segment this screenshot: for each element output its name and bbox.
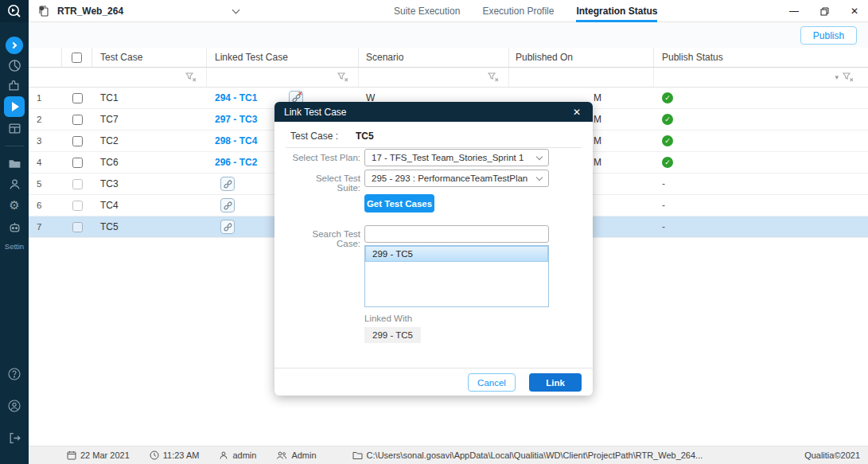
chevron-down-icon	[536, 174, 543, 180]
publish-success-icon: ✓	[662, 114, 673, 125]
status-project-path: C:\Users\sonal.gosavi\AppData\Local\Qual…	[352, 450, 703, 460]
sidebar-item-help[interactable]	[0, 365, 29, 384]
folder-icon	[8, 157, 21, 170]
row-checkbox[interactable]	[72, 115, 83, 125]
link-test-case-button[interactable]	[220, 177, 235, 191]
test-case-value: TC5	[356, 131, 374, 142]
publish-success-icon: ✓	[662, 92, 673, 103]
close-button[interactable]: ✕	[846, 2, 863, 20]
row-checkbox[interactable]	[72, 179, 83, 189]
project-selector[interactable]: RTR_Web_264	[37, 0, 239, 22]
sidebar-divider	[5, 146, 24, 146]
dialog-footer-divider	[274, 368, 593, 368]
users-icon	[276, 450, 287, 460]
window-controls: — ✕	[785, 0, 863, 22]
test-plan-select[interactable]: 17 - TFS_Test Team_Stories_Sprint 1	[364, 149, 549, 166]
test-case-listbox: 299 - TC5	[364, 245, 549, 307]
filter-cell-linked	[207, 68, 359, 87]
link-test-case-button[interactable]	[220, 198, 235, 213]
publish-button[interactable]: Publish	[800, 26, 857, 45]
sidebar-expand-button[interactable]	[6, 37, 23, 54]
chevron-down-icon	[232, 6, 240, 14]
row-checkbox[interactable]	[72, 93, 83, 103]
restore-button[interactable]	[815, 2, 833, 20]
tab-suite-execution[interactable]: Suite Execution	[394, 0, 460, 22]
check-icon: ✓	[664, 94, 671, 102]
project-name: RTR_Web_264	[57, 6, 123, 17]
link-test-case-button[interactable]	[220, 220, 235, 234]
folder-icon	[352, 450, 363, 460]
linked-test-case-link[interactable]: 297 - TC3	[215, 114, 257, 125]
sidebar-item-bot[interactable]	[0, 217, 29, 236]
tab-bar: Suite Execution Execution Profile Integr…	[394, 0, 657, 22]
dialog-close-icon[interactable]: ✕	[570, 107, 583, 118]
publish-success-icon: ✓	[662, 135, 673, 146]
linked-test-case-link[interactable]: 296 - TC2	[215, 157, 257, 168]
project-icon	[37, 4, 51, 18]
linked-test-case-link[interactable]: 298 - TC4	[215, 135, 257, 146]
sidebar-item-execution-active[interactable]	[4, 96, 25, 117]
user-circle-icon	[7, 399, 21, 413]
column-header-test-case: Test Case	[92, 48, 207, 67]
minimize-button[interactable]: —	[785, 2, 803, 20]
clear-filter-icon[interactable]	[337, 72, 348, 82]
tab-execution-profile[interactable]: Execution Profile	[482, 0, 554, 22]
test-case-line: Test Case :TC5	[290, 131, 374, 142]
dialog-title: Link Test Case	[284, 107, 347, 118]
link-button[interactable]: Link	[529, 373, 582, 392]
row-checkbox[interactable]	[72, 222, 83, 232]
sidebar-item-profile[interactable]	[0, 396, 29, 415]
clear-filter-icon[interactable]	[843, 72, 854, 82]
link-icon	[223, 179, 233, 189]
tab-integration-status[interactable]: Integration Status	[576, 0, 657, 22]
row-checkbox[interactable]	[72, 136, 83, 146]
search-test-case-input[interactable]	[364, 225, 549, 243]
select-test-suite-label: Select Test Suite:	[290, 174, 360, 193]
select-all-checkbox[interactable]	[72, 53, 82, 63]
test-suite-select[interactable]: 295 - 293 : PerformanceTeamTestPlan	[364, 170, 549, 187]
publish-status-empty: -	[662, 200, 665, 211]
sidebar-item-modules[interactable]	[0, 76, 29, 95]
sidebar-settings-label: Settin	[0, 242, 29, 251]
clear-filter-icon[interactable]	[488, 72, 499, 82]
listbox-item-selected[interactable]: 299 - TC5	[365, 246, 548, 262]
dialog-header: Link Test Case ✕	[274, 102, 593, 122]
linked-test-case-link[interactable]: 294 - TC1	[215, 92, 257, 103]
filter-dropdown-caret-icon[interactable]: ▾	[835, 73, 839, 81]
row-number: 4	[29, 152, 62, 173]
row-number: 6	[29, 195, 62, 216]
sidebar-item-settings[interactable]: ⚙	[0, 196, 29, 215]
row-number: 2	[29, 109, 62, 130]
search-test-case-label: Search Test Case:	[290, 229, 360, 248]
sidebar-item-files[interactable]	[0, 154, 29, 173]
row-checkbox[interactable]	[72, 201, 83, 211]
publish-success-icon: ✓	[662, 157, 673, 168]
calendar-icon	[67, 450, 76, 460]
sidebar-item-users[interactable]	[0, 174, 29, 193]
sidebar-item-dashboard[interactable]	[0, 56, 29, 75]
select-test-plan-label: Select Test Plan:	[290, 153, 360, 162]
sidebar-item-layout[interactable]	[0, 119, 29, 138]
clear-filter-icon[interactable]	[185, 72, 197, 82]
sidebar-item-logout[interactable]	[0, 428, 29, 447]
status-bar: 22 Mar 2021 11:23 AM admin Admin C:\User…	[29, 446, 868, 464]
chevron-right-icon	[10, 42, 17, 49]
sidebar: ⚙ Settin	[0, 0, 29, 464]
publish-status-empty: -	[662, 221, 665, 232]
column-header-publish-status: Publish Status	[654, 48, 868, 67]
cancel-button[interactable]: Cancel	[468, 373, 516, 392]
row-number: 1	[29, 88, 62, 108]
row-checkbox[interactable]	[72, 158, 83, 168]
row-number-header	[29, 48, 62, 67]
row-number: 3	[29, 131, 62, 151]
logout-icon	[8, 431, 21, 445]
status-role: Admin	[276, 450, 316, 460]
status-time: 11:23 AM	[150, 450, 200, 460]
gear-icon: ⚙	[9, 198, 19, 213]
get-test-cases-button[interactable]: Get Test Cases	[364, 194, 434, 213]
linked-with-label: Linked With	[364, 314, 412, 323]
filter-cell-published	[509, 68, 654, 87]
filter-cell-scenario	[359, 68, 509, 87]
filter-cell-test-case	[92, 68, 207, 87]
filter-cell-status: ▾	[654, 68, 868, 87]
